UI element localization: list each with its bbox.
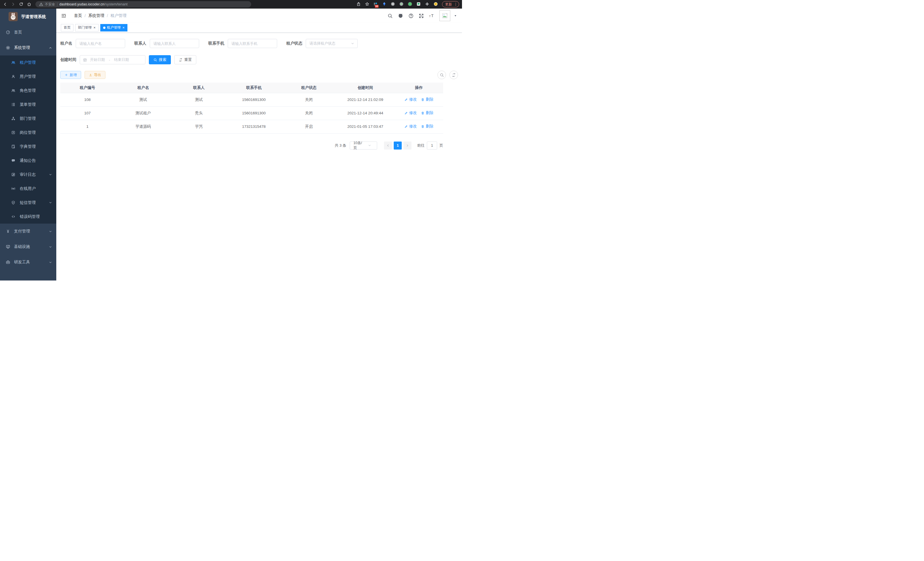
edit-link[interactable]: 修改: [404, 124, 417, 129]
share-icon[interactable]: [356, 2, 362, 7]
svg-text:T: T: [431, 14, 434, 18]
search-icon: [440, 73, 444, 77]
post-icon: [11, 130, 15, 135]
trash-icon: [421, 111, 424, 115]
tab-1[interactable]: 部门管理×: [75, 24, 99, 32]
user-avatar[interactable]: [440, 10, 450, 21]
sidebar-item-6[interactable]: 部门管理: [0, 111, 56, 126]
breadcrumb-home[interactable]: 首页: [74, 13, 82, 18]
profile-avatar-icon[interactable]: [434, 2, 439, 7]
extension-chat-icon[interactable]: [416, 2, 422, 7]
chevron-up-icon: [49, 46, 52, 50]
tab-2[interactable]: 租户管理×: [100, 24, 128, 32]
sidebar-logo[interactable]: 芋道管理系统: [0, 9, 56, 25]
fullscreen-icon[interactable]: [418, 13, 424, 19]
sidebar-item-label: 首页: [14, 30, 52, 35]
refresh-table-button[interactable]: [449, 71, 458, 79]
table-row: 1芋道源码芋艿17321315478开启2021-01-05 17:03:47修…: [60, 120, 443, 133]
tenant-name-input[interactable]: [76, 39, 125, 48]
delete-link[interactable]: 删除: [421, 110, 434, 116]
search-button[interactable]: 搜索: [149, 55, 171, 64]
sidebar-item-12[interactable]: 短信管理: [0, 196, 56, 210]
avatar-dropdown-caret-icon[interactable]: [453, 14, 458, 18]
sidebar-item-16[interactable]: 研发工具: [0, 254, 56, 270]
browser-update-button[interactable]: 更新: [442, 1, 459, 8]
sidebar-item-10[interactable]: 审计日志: [0, 168, 56, 182]
filter-create-time: 创建时间 开始日期 - 结束日期: [60, 55, 146, 64]
extensions-puzzle-icon[interactable]: [425, 2, 430, 7]
page-content: 租户名 联系人 联系手机 租户状态 请选择租户状态: [56, 33, 462, 281]
github-icon[interactable]: [398, 13, 404, 19]
browser-back-icon[interactable]: [2, 2, 8, 7]
pagination-goto: 前往 页: [417, 141, 443, 150]
column-header: 联系手机: [226, 83, 282, 93]
sidebar-item-2[interactable]: 租户管理: [0, 56, 56, 69]
cell-actions: 修改删除: [394, 93, 443, 106]
edit-link[interactable]: 修改: [404, 97, 417, 102]
extension-y-icon[interactable]: Y: [408, 2, 413, 7]
extension-dot-icon[interactable]: [399, 2, 405, 7]
date-range-picker[interactable]: 开始日期 - 结束日期: [80, 55, 146, 64]
gear-icon: [6, 45, 10, 50]
extension-grid-diamond-icon[interactable]: 10: [374, 2, 379, 7]
sidebar-item-11[interactable]: 在线用户: [0, 182, 56, 196]
chevron-down-icon: [49, 230, 52, 233]
table-tools: [437, 71, 458, 79]
tab-0[interactable]: 首页: [61, 24, 74, 32]
top-navbar: 首页 / 系统管理 / 租户管理 TT: [56, 9, 462, 23]
filter-row-2: 创建时间 开始日期 - 结束日期 搜索 重置: [60, 55, 458, 64]
page-number-1[interactable]: 1: [394, 141, 402, 150]
goto-page-input[interactable]: [427, 141, 437, 150]
extension-kite-icon[interactable]: [382, 2, 387, 7]
address-bar[interactable]: 不安全 dashboard.yudao.iocoder.cn/system/te…: [35, 1, 251, 8]
header-search-icon[interactable]: [387, 13, 393, 19]
extension-command-icon[interactable]: [391, 2, 396, 7]
warning-icon: [39, 2, 44, 7]
sidebar-item-14[interactable]: 支付管理: [0, 224, 56, 239]
tab-close-icon[interactable]: ×: [93, 26, 96, 29]
sidebar-item-0[interactable]: 首页: [0, 25, 56, 40]
sidebar-item-3[interactable]: 用户管理: [0, 69, 56, 83]
security-indicator[interactable]: 不安全: [39, 2, 55, 7]
prev-page-button[interactable]: [384, 141, 392, 150]
tab-close-icon[interactable]: ×: [123, 26, 125, 29]
add-button[interactable]: 新增: [60, 71, 81, 79]
refresh-icon: [452, 73, 456, 77]
sidebar-item-5[interactable]: 菜单管理: [0, 98, 56, 111]
bookmark-star-icon[interactable]: [365, 2, 370, 7]
browser-home-icon[interactable]: [26, 2, 32, 7]
sidebar-item-13[interactable]: 错误码管理: [0, 210, 56, 224]
help-icon[interactable]: [408, 13, 414, 19]
search-icon: [153, 58, 157, 62]
hamburger-icon[interactable]: [61, 13, 67, 19]
next-page-button[interactable]: [404, 141, 411, 150]
reset-button[interactable]: 重置: [174, 55, 196, 64]
filter-contact: 联系人: [134, 39, 199, 48]
breadcrumb-system[interactable]: 系统管理: [88, 13, 104, 18]
sidebar-item-8[interactable]: 字典管理: [0, 140, 56, 153]
sidebar-item-1[interactable]: 系统管理: [0, 40, 56, 56]
tab-label: 首页: [64, 25, 70, 30]
export-button[interactable]: 导出: [85, 71, 105, 79]
chevron-down-icon: [49, 245, 52, 249]
delete-link[interactable]: 删除: [421, 124, 434, 129]
app-logo-rabbit-icon: [9, 12, 18, 21]
toggle-search-button[interactable]: [437, 71, 446, 79]
browser-reload-icon[interactable]: [18, 2, 24, 7]
sidebar-item-9[interactable]: 通知公告: [0, 153, 56, 168]
edit-link[interactable]: 修改: [404, 110, 417, 116]
filter-mobile: 联系手机: [208, 39, 277, 48]
sidebar-item-15[interactable]: 基础设施: [0, 239, 56, 254]
status-select[interactable]: 请选择租户状态: [306, 39, 358, 48]
font-size-icon[interactable]: TT: [429, 13, 435, 19]
contact-input[interactable]: [150, 39, 199, 48]
browser-menu-icon[interactable]: [453, 2, 458, 7]
sidebar-item-label: 支付管理: [14, 229, 45, 234]
delete-link[interactable]: 删除: [421, 97, 434, 102]
mobile-input[interactable]: [228, 39, 277, 48]
sidebar-item-4[interactable]: 角色管理: [0, 83, 56, 98]
sidebar-item-7[interactable]: 岗位管理: [0, 126, 56, 140]
page-size-select[interactable]: 10条/页: [350, 141, 377, 150]
chevron-down-icon: [364, 144, 375, 147]
browser-forward-icon[interactable]: [10, 2, 16, 7]
